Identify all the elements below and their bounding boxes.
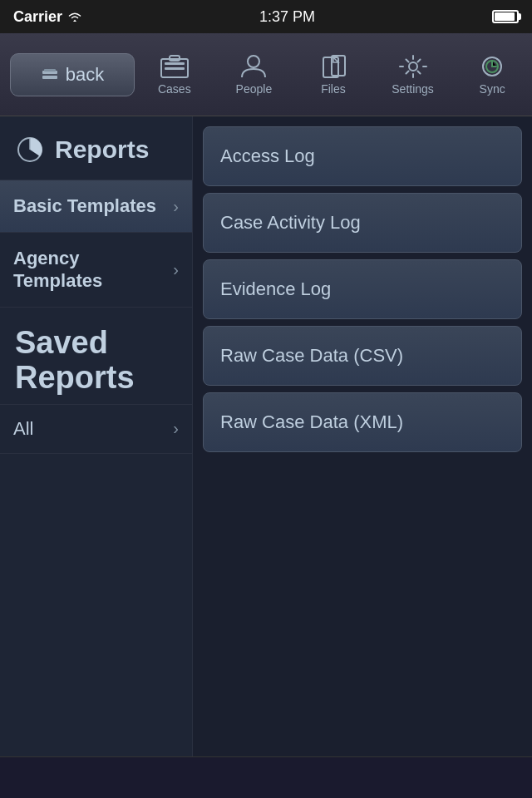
back-arrow-icon bbox=[41, 66, 59, 84]
settings-tab-label: Settings bbox=[392, 82, 434, 96]
nav-tab-people[interactable]: People bbox=[214, 54, 294, 96]
agency-templates-chevron: › bbox=[173, 260, 179, 279]
agency-templates-label: Agency Templates bbox=[13, 248, 173, 292]
people-icon bbox=[239, 54, 268, 79]
raw-case-data-xml-label: Raw Case Data (XML) bbox=[220, 411, 403, 432]
right-content: Access Log Case Activity Log Evidence Lo… bbox=[193, 116, 532, 756]
svg-rect-1 bbox=[42, 76, 57, 79]
sidebar-item-agency-templates[interactable]: Agency Templates › bbox=[0, 233, 192, 308]
access-log-label: Access Log bbox=[220, 145, 315, 166]
battery-indicator bbox=[492, 10, 519, 23]
sidebar-reports-title: Reports bbox=[55, 135, 149, 164]
svg-rect-5 bbox=[165, 67, 185, 70]
evidence-log-label: Evidence Log bbox=[220, 278, 331, 299]
sidebar-item-basic-templates[interactable]: Basic Templates › bbox=[0, 180, 192, 233]
tab-bar bbox=[0, 756, 532, 798]
back-button-label: back bbox=[66, 64, 104, 86]
nav-tabs: Cases People Files Settings bbox=[135, 33, 532, 116]
nav-tab-settings[interactable]: Settings bbox=[373, 54, 453, 96]
report-item-raw-case-data-xml[interactable]: Raw Case Data (XML) bbox=[203, 392, 522, 452]
saved-reports-title: Saved Reports bbox=[15, 325, 135, 395]
case-activity-log-label: Case Activity Log bbox=[220, 212, 361, 233]
all-label: All bbox=[13, 418, 33, 440]
sidebar-saved-reports-header: Saved Reports bbox=[0, 308, 192, 405]
report-item-raw-case-data-csv[interactable]: Raw Case Data (CSV) bbox=[203, 326, 522, 386]
files-tab-label: Files bbox=[321, 82, 346, 96]
svg-rect-4 bbox=[165, 62, 185, 65]
report-item-case-activity-log[interactable]: Case Activity Log bbox=[203, 193, 522, 253]
cases-icon bbox=[160, 54, 190, 79]
report-item-access-log[interactable]: Access Log bbox=[203, 126, 522, 186]
all-chevron: › bbox=[173, 419, 179, 438]
svg-rect-2 bbox=[44, 69, 56, 71]
battery-box bbox=[492, 10, 519, 23]
sidebar-item-all[interactable]: All › bbox=[0, 405, 192, 454]
report-item-evidence-log[interactable]: Evidence Log bbox=[203, 259, 522, 319]
basic-templates-label: Basic Templates bbox=[13, 195, 156, 217]
svg-point-10 bbox=[409, 62, 417, 71]
settings-icon bbox=[398, 54, 428, 79]
files-icon bbox=[318, 54, 348, 79]
nav-tab-files[interactable]: Files bbox=[293, 54, 373, 96]
main-content: Reports Basic Templates › Agency Templat… bbox=[0, 116, 532, 756]
reports-pie-icon bbox=[15, 135, 45, 165]
nav-bar: back Cases People bbox=[0, 33, 532, 116]
cases-tab-label: Cases bbox=[158, 82, 191, 96]
wifi-icon bbox=[67, 11, 82, 22]
sidebar: Reports Basic Templates › Agency Templat… bbox=[0, 116, 193, 756]
status-bar: Carrier 1:37 PM bbox=[0, 0, 532, 33]
nav-tab-cases[interactable]: Cases bbox=[135, 54, 214, 96]
back-button[interactable]: back bbox=[10, 53, 135, 96]
carrier-label: Carrier bbox=[13, 8, 82, 26]
svg-point-7 bbox=[248, 56, 259, 67]
sync-icon bbox=[477, 54, 507, 79]
nav-tab-sync[interactable]: Sync bbox=[452, 54, 532, 96]
sidebar-reports-header: Reports bbox=[0, 116, 192, 180]
battery-fill bbox=[495, 12, 515, 21]
sync-tab-label: Sync bbox=[480, 82, 505, 96]
raw-case-data-csv-label: Raw Case Data (CSV) bbox=[220, 345, 403, 366]
basic-templates-chevron: › bbox=[173, 197, 179, 216]
people-tab-label: People bbox=[236, 82, 273, 96]
carrier-text: Carrier bbox=[13, 8, 62, 26]
time-display: 1:37 PM bbox=[259, 8, 315, 26]
